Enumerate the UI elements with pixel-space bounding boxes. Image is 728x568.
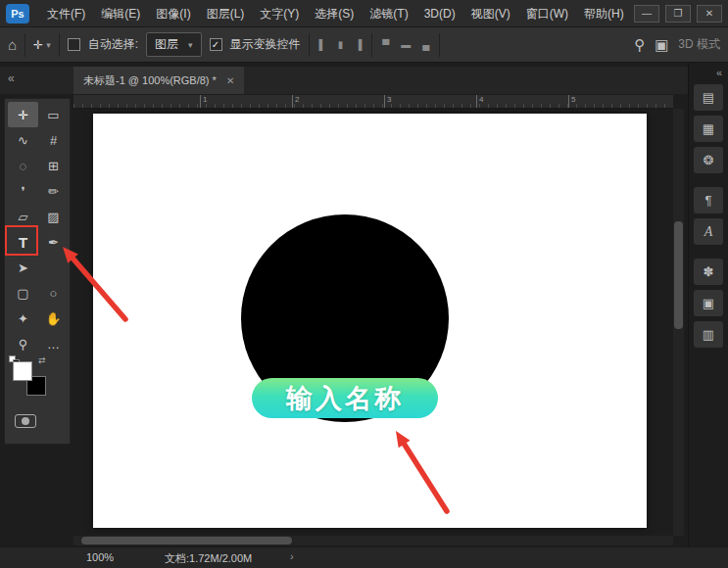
auto-select-target-dropdown[interactable]: 图层 ▾: [146, 32, 202, 57]
type-tool-highlight-box: [5, 225, 38, 256]
path-selection-tool[interactable]: ➤: [8, 255, 38, 280]
frame-tool[interactable]: ⊞: [38, 153, 69, 178]
zoom-level-field[interactable]: 100%: [86, 551, 114, 563]
more-tools-icon[interactable]: …: [38, 331, 69, 356]
menu-help[interactable]: 帮助(H): [576, 0, 632, 27]
custom-shape-tool[interactable]: ✦: [8, 306, 38, 331]
horizontal-scrollbar[interactable]: [73, 536, 673, 545]
crop-tool[interactable]: #: [38, 127, 69, 153]
pen-tool[interactable]: ✒: [38, 229, 69, 255]
ruler-number: 4: [476, 95, 483, 108]
gradient-tool[interactable]: ▨: [38, 204, 69, 229]
photoshop-window: Ps 文件(F) 编辑(E) 图像(I) 图层(L) 文字(Y) 选择(S) 滤…: [0, 0, 728, 568]
ruler-number: 1: [200, 95, 207, 108]
panel-dock: « ▤ ▦ ❂ ¶ A ✽ ▣ ▥: [688, 63, 728, 546]
auto-select-label: 自动选择:: [88, 36, 138, 53]
move-tool-icon: ✛: [33, 38, 43, 52]
separator: [24, 33, 25, 57]
collapse-tools-icon[interactable]: «: [8, 71, 15, 85]
vertical-scrollbar[interactable]: [673, 109, 684, 536]
separator: [371, 33, 372, 57]
ellipse-tool[interactable]: ○: [38, 280, 69, 306]
menu-filter[interactable]: 滤镜(T): [362, 0, 415, 27]
object-selection-tool[interactable]: ◌: [8, 153, 38, 178]
menu-image[interactable]: 图像(I): [148, 0, 198, 27]
menu-bar: Ps 文件(F) 编辑(E) 图像(I) 图层(L) 文字(Y) 选择(S) 滤…: [0, 0, 728, 27]
libraries-panel-icon[interactable]: ▦: [694, 116, 723, 142]
menu-layer[interactable]: 图层(L): [199, 0, 253, 27]
vertical-scrollbar-thumb[interactable]: [674, 221, 683, 329]
maximize-button[interactable]: ❐: [665, 5, 691, 23]
glyphs-panel-icon[interactable]: ✽: [694, 259, 723, 285]
horizontal-ruler: 1 2 3 4 5: [73, 95, 673, 109]
status-expand-icon[interactable]: ›: [290, 550, 294, 562]
name-input-button-graphic: 输入名称: [252, 378, 438, 418]
horizontal-scrollbar-thumb[interactable]: [81, 537, 292, 544]
brush-tool[interactable]: ✏: [38, 178, 69, 204]
quick-mask-icon[interactable]: [15, 414, 36, 428]
eyedropper-tool[interactable]: ❜: [8, 178, 38, 204]
align-right-icon[interactable]: ▐: [353, 39, 364, 50]
home-icon[interactable]: ⌂: [8, 36, 17, 53]
layers-panel-icon[interactable]: ▣: [694, 290, 723, 316]
window-controls: — ❐ ✕: [634, 5, 722, 23]
menu-select[interactable]: 选择(S): [307, 0, 362, 27]
move-tool[interactable]: ✛: [8, 102, 38, 127]
hand-tool[interactable]: ✋: [38, 306, 69, 331]
status-bar: 100% 文档:1.72M/2.00M ›: [0, 546, 728, 568]
tools-panel: ✛ ▭ ∿ # ◌ ⊞ ❜ ✏ ▱ ▨ T ✒ ➤ ▢ ○ ✦ ✋ ⚲ … ⇄: [4, 98, 71, 445]
auto-select-checkbox[interactable]: [68, 38, 80, 51]
align-bottom-icon[interactable]: ▄: [420, 39, 431, 50]
color-panel-icon[interactable]: ❂: [694, 147, 723, 173]
adjustments-panel-icon[interactable]: ▤: [694, 84, 723, 111]
workspace-switcher-icon[interactable]: ▣: [655, 36, 668, 54]
show-transform-label: 显示变换控件: [230, 36, 301, 53]
menu-3d[interactable]: 3D(D): [416, 0, 463, 27]
menu-edit[interactable]: 编辑(E): [93, 0, 148, 27]
menu-type[interactable]: 文字(Y): [252, 0, 307, 27]
character-panel-icon[interactable]: A: [694, 218, 723, 245]
tool-preset-picker[interactable]: ✛ ▾: [33, 38, 51, 52]
name-button-label: 输入名称: [286, 381, 404, 416]
zoom-tool[interactable]: ⚲: [8, 331, 38, 356]
close-button[interactable]: ✕: [697, 5, 722, 23]
dropdown-value: 图层: [155, 36, 178, 53]
separator: [439, 33, 440, 57]
rectangle-tool[interactable]: ▢: [8, 280, 38, 306]
ruler-number: 3: [384, 95, 391, 108]
chevron-down-icon: ▾: [188, 40, 193, 50]
ruler-number: 2: [292, 95, 299, 108]
photoshop-logo-icon: Ps: [6, 4, 29, 24]
menu-window[interactable]: 窗口(W): [518, 0, 576, 27]
close-tab-icon[interactable]: ✕: [226, 75, 234, 86]
document-tab-label: 未标题-1 @ 100%(RGB/8) *: [83, 73, 217, 88]
align-center-v-icon[interactable]: ▬: [399, 39, 413, 50]
foreground-color-swatch[interactable]: [13, 361, 32, 381]
document-canvas[interactable]: 输入名称: [93, 114, 647, 528]
swap-colors-icon[interactable]: ⇄: [38, 355, 46, 365]
document-tab[interactable]: 未标题-1 @ 100%(RGB/8) * ✕: [73, 67, 244, 94]
show-transform-checkbox[interactable]: ✓: [210, 38, 222, 51]
menu-view[interactable]: 视图(V): [463, 0, 518, 27]
expand-panels-icon[interactable]: «: [689, 67, 728, 78]
lasso-tool[interactable]: ∿: [8, 127, 38, 153]
menu-file[interactable]: 文件(F): [39, 0, 93, 27]
marquee-tool[interactable]: ▭: [38, 102, 69, 127]
history-panel-icon[interactable]: ▥: [694, 321, 723, 348]
workspace-mode-label[interactable]: 3D 模式: [678, 36, 720, 53]
options-bar: ⌂ ✛ ▾ 自动选择: 图层 ▾ ✓ 显示变换控件 ▌ ▮ ▐ ▀ ▬ ▄ ⚲ …: [0, 27, 728, 63]
chevron-down-icon: ▾: [46, 40, 51, 50]
minimize-button[interactable]: —: [634, 5, 659, 23]
document-tab-bar: « 未标题-1 @ 100%(RGB/8) * ✕: [0, 67, 688, 94]
search-icon[interactable]: ⚲: [634, 36, 645, 54]
align-center-h-icon[interactable]: ▮: [336, 39, 346, 50]
empty-slot: [38, 255, 69, 280]
paragraph-panel-icon[interactable]: ¶: [694, 187, 723, 213]
document-size-info: 文档:1.72M/2.00M: [165, 551, 252, 566]
ruler-number: 5: [568, 95, 575, 108]
separator: [309, 33, 310, 57]
align-top-icon[interactable]: ▀: [380, 39, 391, 50]
options-right-group: ⚲ ▣ 3D 模式: [634, 36, 720, 54]
align-left-icon[interactable]: ▌: [317, 39, 328, 50]
separator: [59, 33, 60, 57]
